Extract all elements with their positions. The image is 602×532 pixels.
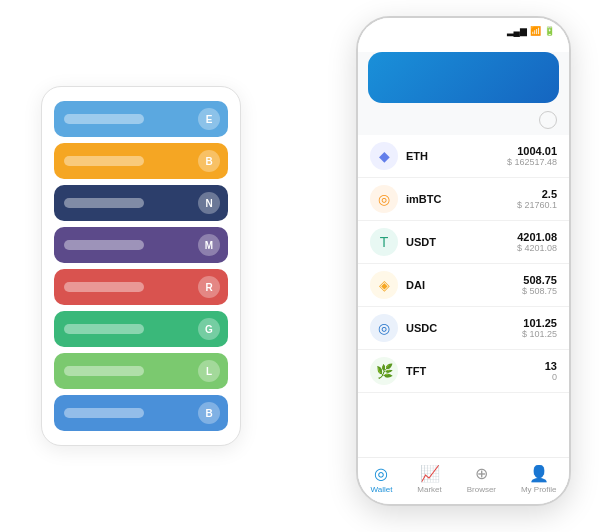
asset-name-usdc: USDC [406, 322, 522, 334]
asset-icon-tft: 🌿 [370, 357, 398, 385]
asset-value-usdc: $ 101.25 [522, 329, 557, 339]
phone-mockup: ▂▄▆ 📶 🔋 [356, 16, 571, 506]
asset-item-eth[interactable]: ◆ETH1004.01$ 162517.48 [358, 135, 569, 178]
card-item-2: N [54, 185, 228, 221]
nav-icon-my-profile: 👤 [529, 464, 549, 483]
asset-amounts-dai: 508.75$ 508.75 [522, 274, 557, 296]
eth-card[interactable] [368, 52, 559, 103]
asset-amount-eth: 1004.01 [507, 145, 557, 157]
battery-icon: 🔋 [544, 26, 555, 36]
asset-icon-usdc: ◎ [370, 314, 398, 342]
asset-icon-imbtc: ◎ [370, 185, 398, 213]
asset-value-dai: $ 508.75 [522, 286, 557, 296]
nav-item-my-profile[interactable]: 👤My Profile [521, 464, 557, 494]
asset-icon-usdt: T [370, 228, 398, 256]
nav-label-wallet: Wallet [370, 485, 392, 494]
asset-name-tft: TFT [406, 365, 545, 377]
phone-screen: ▂▄▆ 📶 🔋 [358, 18, 569, 504]
card-item-0: E [54, 101, 228, 137]
nav-label-market: Market [417, 485, 441, 494]
asset-value-imbtc: $ 21760.1 [517, 200, 557, 210]
asset-amount-dai: 508.75 [522, 274, 557, 286]
status-icons: ▂▄▆ 📶 🔋 [507, 26, 555, 36]
asset-item-usdc[interactable]: ◎USDC101.25$ 101.25 [358, 307, 569, 350]
nav-item-wallet[interactable]: ◎Wallet [370, 464, 392, 494]
signal-icon: ▂▄▆ [507, 26, 527, 36]
asset-amount-imbtc: 2.5 [517, 188, 557, 200]
asset-amount-tft: 13 [545, 360, 557, 372]
asset-icon-eth: ◆ [370, 142, 398, 170]
card-stack: EBNMRGLB [41, 86, 241, 446]
asset-value-usdt: $ 4201.08 [517, 243, 557, 253]
bottom-nav: ◎Wallet📈Market⊕Browser👤My Profile [358, 457, 569, 504]
card-item-7: B [54, 395, 228, 431]
card-item-1: B [54, 143, 228, 179]
asset-item-imbtc[interactable]: ◎imBTC2.5$ 21760.1 [358, 178, 569, 221]
add-asset-button[interactable] [539, 111, 557, 129]
card-item-5: G [54, 311, 228, 347]
nav-item-market[interactable]: 📈Market [417, 464, 441, 494]
nav-label-browser: Browser [467, 485, 496, 494]
nav-icon-market: 📈 [420, 464, 440, 483]
card-item-4: R [54, 269, 228, 305]
asset-amount-usdc: 101.25 [522, 317, 557, 329]
asset-list: ◆ETH1004.01$ 162517.48◎imBTC2.5$ 21760.1… [358, 135, 569, 457]
nav-label-my-profile: My Profile [521, 485, 557, 494]
asset-item-usdt[interactable]: TUSDT4201.08$ 4201.08 [358, 221, 569, 264]
asset-name-usdt: USDT [406, 236, 517, 248]
app-header [358, 40, 569, 52]
nav-icon-browser: ⊕ [475, 464, 488, 483]
eth-card-balance [380, 70, 547, 93]
asset-amounts-usdc: 101.25$ 101.25 [522, 317, 557, 339]
asset-icon-dai: ◈ [370, 271, 398, 299]
asset-amounts-tft: 130 [545, 360, 557, 382]
assets-header [358, 111, 569, 135]
asset-name-dai: DAI [406, 279, 522, 291]
wifi-icon: 📶 [530, 26, 541, 36]
asset-amounts-usdt: 4201.08$ 4201.08 [517, 231, 557, 253]
card-item-6: L [54, 353, 228, 389]
card-item-3: M [54, 227, 228, 263]
asset-item-dai[interactable]: ◈DAI508.75$ 508.75 [358, 264, 569, 307]
asset-value-tft: 0 [545, 372, 557, 382]
asset-amounts-imbtc: 2.5$ 21760.1 [517, 188, 557, 210]
asset-name-imbtc: imBTC [406, 193, 517, 205]
nav-item-browser[interactable]: ⊕Browser [467, 464, 496, 494]
nav-icon-wallet: ◎ [374, 464, 388, 483]
asset-item-tft[interactable]: 🌿TFT130 [358, 350, 569, 393]
scene: EBNMRGLB ▂▄▆ 📶 🔋 [21, 16, 581, 516]
asset-amount-usdt: 4201.08 [517, 231, 557, 243]
asset-name-eth: ETH [406, 150, 507, 162]
asset-value-eth: $ 162517.48 [507, 157, 557, 167]
status-bar: ▂▄▆ 📶 🔋 [358, 18, 569, 40]
asset-amounts-eth: 1004.01$ 162517.48 [507, 145, 557, 167]
